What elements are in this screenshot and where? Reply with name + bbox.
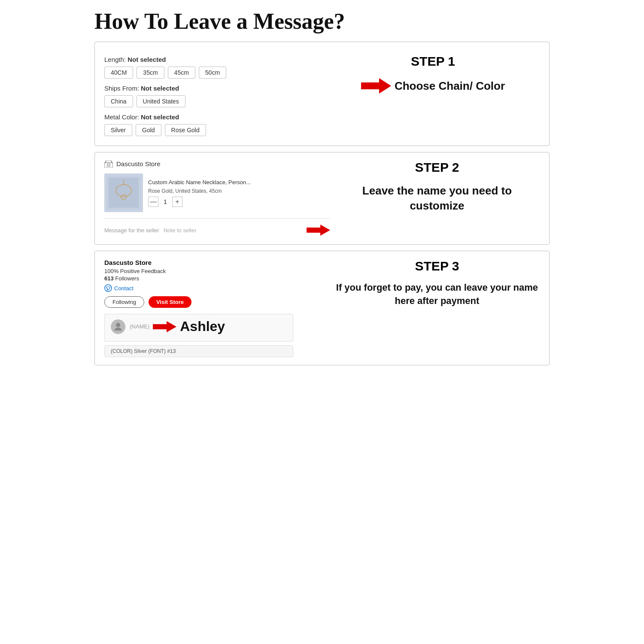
store3-followers: 613 Followers [104,275,330,282]
svg-marker-0 [361,78,391,94]
visit-store-button[interactable]: Visit Store [149,296,191,308]
person-icon [114,322,122,331]
svg-marker-8 [307,225,330,236]
choose-chain-text: Choose Chain/ Color [395,79,505,93]
page-title: How To Leave a Message? [94,9,550,34]
product-variant: Rose Gold, United States, 45cm [148,188,330,194]
product-image [104,173,143,212]
metal-label: Metal Color: Not selected [104,113,318,121]
length-50cm[interactable]: 50cm [199,67,226,79]
contact-label: Contact [114,285,134,292]
ships-china[interactable]: China [104,95,133,107]
message-label: Message for the seller [104,227,159,234]
store3-contact[interactable]: Contact [104,284,330,292]
step3-section: Dascusto Store 100% Positive Feedback 61… [94,251,550,365]
store-name-step2: Dascusto Store [116,160,161,167]
length-35cm[interactable]: 35cm [137,67,164,79]
length-45cm[interactable]: 45cm [168,67,195,79]
svg-rect-2 [107,164,110,166]
ships-label: Ships From: Not selected [104,85,318,92]
step1-label: STEP 1 [411,54,455,69]
color-font-row: (COLOR) Silver (FONT) #13 [104,345,293,357]
name-placeholder: (NAME) [130,323,149,330]
name-input-block: (NAME) Ashley [104,314,293,342]
contact-icon [104,284,112,292]
length-label: Length: Not selected [104,56,318,63]
name-input-inner: (NAME) Ashley [130,319,225,334]
length-40cm[interactable]: 40CM [104,67,133,79]
red-arrow-icon-step2 [307,224,330,237]
step2-right: STEP 2 Leave the name you need to custom… [334,160,540,237]
qty-value: 1 [162,198,169,205]
red-arrow-icon [361,77,391,94]
store3-buttons: Following Visit Store [104,296,330,308]
step2-customize-text: Leave the name you need to customize [334,183,540,213]
ships-options: China United States [104,95,318,107]
product-info: Custom Arabic Name Necklace, Person... R… [148,179,330,207]
store-header: Dascusto Store [104,160,330,167]
metal-options: Silver Gold Rose Gold [104,124,318,136]
metal-gold[interactable]: Gold [136,124,161,136]
svg-rect-1 [104,163,113,167]
step1-arrow-row: Choose Chain/ Color [361,77,505,94]
step2-label: STEP 2 [415,160,459,175]
length-options: 40CM 35cm 45cm 50cm [104,67,318,79]
step2-section: Dascusto Store Custom Arabic N [94,152,550,245]
avatar [111,319,125,334]
qty-minus[interactable]: — [148,197,158,207]
step1-right: STEP 1 Choose Chain/ Color [326,50,540,97]
svg-point-10 [116,323,120,327]
metal-rose-gold[interactable]: Rose Gold [165,124,206,136]
qty-row: — 1 + [148,197,330,207]
ashley-name: Ashley [180,319,225,334]
qty-plus[interactable]: + [172,197,182,207]
step2-left: Dascusto Store Custom Arabic N [104,160,334,237]
name-row-inner: (NAME) Ashley [111,319,287,334]
step1-section: Length: Not selected 40CM 35cm 45cm 50cm… [94,42,550,146]
message-row: Message for the seller Note to seller [104,218,330,237]
metal-silver[interactable]: Silver [104,124,132,136]
store-icon [104,161,113,167]
store3-name: Dascusto Store [104,259,330,266]
svg-marker-11 [153,321,176,332]
step3-instruction: If you forget to pay, you can leave your… [334,281,540,308]
step1-left: Length: Not selected 40CM 35cm 45cm 50cm… [104,50,326,138]
step3-left: Dascusto Store 100% Positive Feedback 61… [104,259,334,357]
message-input[interactable]: Note to seller [164,227,302,234]
product-row: Custom Arabic Name Necklace, Person... R… [104,173,330,212]
step3-right: STEP 3 If you forget to pay, you can lea… [334,259,540,308]
svg-point-9 [105,285,112,292]
following-button[interactable]: Following [104,296,144,308]
ships-us[interactable]: United States [137,95,185,107]
step3-label: STEP 3 [415,259,459,273]
product-img-svg [106,176,141,210]
store3-feedback: 100% Positive Feedback [104,268,330,274]
product-name: Custom Arabic Name Necklace, Person... [148,179,330,185]
red-arrow-icon-step3 [153,321,176,333]
